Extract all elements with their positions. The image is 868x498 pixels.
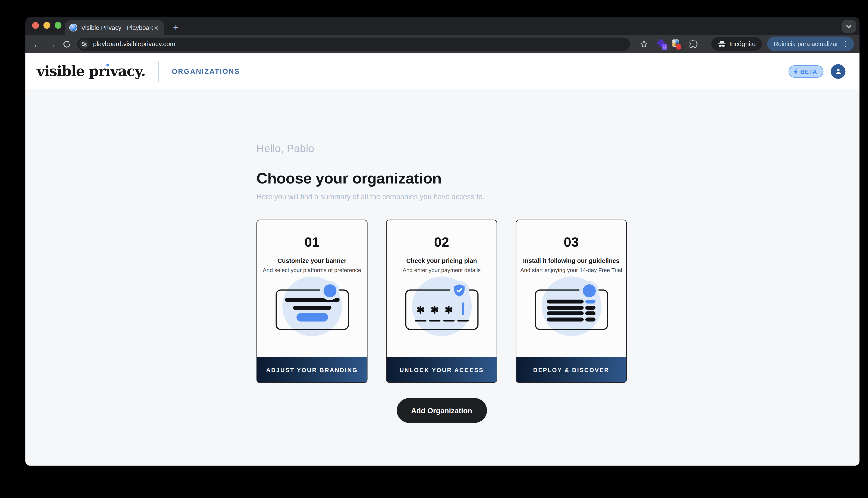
step-card-deploy[interactable]: 03 Install it following our guidelines A… [516, 220, 627, 383]
close-tab-icon[interactable]: × [153, 24, 159, 31]
browser-toolbar: ← → playboard.visibleprivacy.com [25, 35, 860, 53]
forward-button[interactable]: → [44, 37, 59, 51]
site-settings-icon[interactable] [79, 39, 89, 49]
kebab-menu-icon[interactable]: ⋮ [842, 41, 849, 47]
beta-badge: BETA [788, 65, 824, 77]
chevron-down-icon [845, 23, 852, 30]
tab-search-button[interactable] [842, 20, 856, 32]
close-window-button[interactable] [32, 22, 39, 29]
toolbar-right-cluster: 8 [637, 37, 854, 51]
tab-title: Visible Privacy - Playboard [81, 24, 153, 31]
site-favicon [69, 24, 77, 31]
header-divider [158, 61, 159, 82]
address-bar[interactable]: playboard.visibleprivacy.com [77, 37, 630, 50]
incognito-label: Incógnito [729, 41, 756, 47]
add-organization-button[interactable]: Add Organization [397, 398, 487, 423]
tab-strip: Visible Privacy - Playboard × + [25, 17, 860, 35]
account-avatar-button[interactable] [831, 64, 845, 79]
cards-row: 01 Customize your banner And select your… [256, 220, 627, 383]
step-title: Check your pricing plan [386, 257, 497, 265]
relaunch-update-button[interactable]: Reinicia para actualizar ⋮ [767, 37, 854, 51]
desktop-background: Visible Privacy - Playboard × + ← → [0, 0, 868, 498]
step-footer-label: UNLOCK YOUR ACCESS [386, 357, 497, 382]
incognito-indicator: Incógnito [711, 37, 762, 51]
step-footer-label: DEPLOY & DISCOVER [516, 357, 626, 382]
extension-icon-colorful[interactable] [671, 39, 681, 49]
site-header: visible prıvacy. ORGANIZATIONS BETA [25, 53, 860, 90]
banner-frame [275, 289, 348, 330]
back-button[interactable]: ← [30, 37, 44, 51]
step-footer-label: ADJUST YOUR BRANDING [257, 357, 367, 382]
minimize-window-button[interactable] [43, 22, 50, 29]
header-right: BETA [788, 64, 845, 79]
step-card-access[interactable]: 02 Check your pricing plan And enter you… [386, 220, 497, 383]
incognito-icon [717, 40, 726, 48]
banner-button-shape [296, 313, 328, 322]
person-icon [834, 67, 842, 76]
password-frame [405, 289, 478, 330]
step-number: 01 [257, 235, 367, 249]
visible-privacy-logo[interactable]: visible prıvacy. [37, 64, 145, 78]
reload-button[interactable] [59, 37, 74, 51]
blue-dot-icon [583, 284, 596, 297]
page-title: Choose your organization [256, 169, 860, 188]
extension-icon-purple[interactable]: 8 [656, 39, 666, 49]
relaunch-update-label: Reinicia para actualizar [774, 41, 838, 47]
url-text[interactable]: playboard.visibleprivacy.com [93, 41, 175, 47]
extension-badge: 8 [662, 44, 667, 50]
browser-window: Visible Privacy - Playboard × + ← → [25, 17, 860, 466]
new-tab-button[interactable]: + [169, 21, 182, 34]
tab-visible-privacy[interactable]: Visible Privacy - Playboard × [65, 20, 164, 35]
banner-line [293, 306, 331, 310]
step-title: Customize your banner [257, 257, 367, 265]
blue-dot-icon [323, 284, 336, 297]
step-subtitle: And select your platforms of preference [257, 266, 367, 274]
reload-icon [62, 40, 71, 48]
toolbar-separator [706, 39, 706, 49]
guidelines-frame [535, 289, 608, 330]
step-subtitle: And start enjoying your 14-day Free Tria… [516, 266, 626, 274]
step-subtitle: And enter your payment details [386, 266, 497, 274]
greeting-text: Hello, Pablo [256, 142, 860, 155]
organization-steps: 01 Customize your banner And select your… [256, 220, 627, 423]
extensions-puzzle-icon[interactable] [686, 37, 701, 51]
zoom-window-button[interactable] [55, 22, 62, 29]
page-subtitle: Here you will find a summary of all the … [256, 192, 860, 202]
text-cursor-shape [461, 302, 464, 315]
beta-label: BETA [800, 68, 817, 75]
step-title: Install it following our guidelines [516, 257, 626, 265]
step-number: 03 [516, 235, 626, 249]
nav-organizations[interactable]: ORGANIZATIONS [172, 67, 240, 75]
step-card-branding[interactable]: 01 Customize your banner And select your… [256, 220, 368, 383]
bookmark-star-icon[interactable] [637, 37, 652, 51]
window-controls [32, 22, 61, 29]
page-content: Hello, Pablo Choose your organization He… [25, 90, 860, 466]
step-number: 02 [386, 235, 497, 249]
lightning-bolt-icon [793, 68, 799, 75]
shield-check-icon [453, 283, 465, 298]
